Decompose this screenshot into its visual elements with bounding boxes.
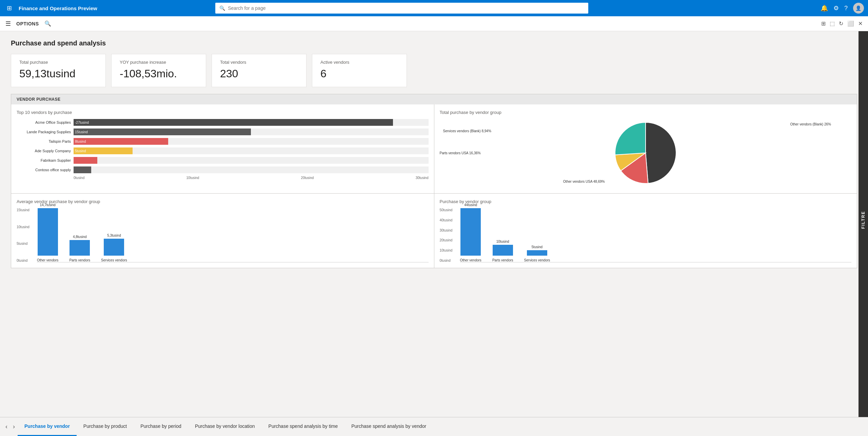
avg-bar-other-label: Other vendors (37, 258, 58, 262)
kpi-total-purchase-value: 59,13tusind (19, 67, 97, 80)
h-bar-text: 5tusind (75, 149, 86, 153)
h-bar-track: 8tusind (74, 138, 429, 145)
open-new-icon[interactable]: ⬚ (830, 20, 835, 27)
pie-chart-title: Total purchase by vendor group (440, 110, 852, 115)
group-chart-panel[interactable]: Purchase by vendor group 0tusind 10tusin… (434, 194, 857, 268)
vendor-purchase-section: VENDOR PURCHASE Top 10 vendors by purcha… (11, 94, 857, 268)
h-bar-fill (74, 166, 91, 173)
options-label: OPTIONS (16, 21, 39, 26)
avg-vendor-chart-title: Average vendor purchase by vendor group (17, 199, 429, 204)
h-bar-fill: 15tusind (74, 128, 251, 135)
group-chart-title: Purchase by vendor group (440, 199, 852, 204)
tab-purchase-by-vendor-location[interactable]: Purchase by vendor location (188, 417, 262, 436)
h-bar-text: 8tusind (75, 140, 86, 143)
avatar[interactable]: 👤 (853, 3, 864, 14)
search-bar[interactable]: 🔍 (215, 3, 588, 14)
pie-label-services-blank: Services vendors (Blank) 8,94% (443, 129, 491, 133)
h-bar-label: Ade Supply Company (17, 149, 71, 153)
avg-bar-other (38, 208, 58, 256)
tab-next-button[interactable]: › (10, 417, 18, 436)
app-title: Finance and Operations Preview (19, 5, 97, 11)
h-bar-label: Fabrikam Supplier (17, 158, 71, 162)
group-bar-parts-fill (493, 245, 513, 256)
kpi-active-vendors-value: 6 (320, 67, 398, 80)
avg-bar-services-vendors: 5,3tusind Services vendors (101, 234, 127, 262)
nav-right-icons: 🔔 ⚙ ? 👤 (821, 3, 864, 14)
x-label-30: 30tusind (416, 176, 429, 180)
tab-prev-button[interactable]: ‹ (3, 417, 10, 436)
avg-bar-parts (70, 240, 90, 256)
avg-bar-services-value: 5,3tusind (107, 234, 121, 237)
avg-y-axis: 0tusind 5tusind 10tusind 15tusind (17, 208, 29, 262)
h-bar-track: -27tusind (74, 119, 429, 126)
kpi-yoy-increase-value: -108,53mio. (120, 67, 198, 80)
embed-icon[interactable]: ⊞ (821, 20, 826, 27)
top10-chart-panel[interactable]: Top 10 vendors by purchase Acme Office S… (11, 104, 434, 193)
h-bar-label: Lande Packaging Supplies (17, 130, 71, 134)
tab-purchase-by-product[interactable]: Purchase by product (77, 417, 134, 436)
kpi-yoy-increase: YOY purchase increase -108,53mio. (111, 54, 206, 87)
top10-bar-chart: Acme Office Supplies -27tusind Lande Pac… (17, 119, 429, 188)
tab-purchase-by-period[interactable]: Purchase by period (134, 417, 188, 436)
h-bar-track: 15tusind (74, 128, 429, 135)
grid-icon[interactable]: ⊞ (4, 2, 15, 15)
avg-bar-parts-label: Parts vendors (69, 258, 90, 262)
x-label-10: 10tusind (186, 176, 199, 180)
h-bar-label: Acme Office Supplies (17, 120, 71, 124)
group-bar-services-fill (527, 250, 547, 256)
refresh-icon[interactable]: ↻ (839, 20, 843, 27)
h-bar-row: Tailspin Parts 8tusind (17, 138, 429, 145)
h-bar-label: Contoso office supply (17, 168, 71, 172)
h-bar-fill: 8tusind (74, 138, 168, 145)
avg-vendor-chart-panel[interactable]: Average vendor purchase by vendor group … (11, 194, 434, 268)
group-y-axis: 0tusind 10tusind 20tusind 30tusind 40tus… (440, 208, 453, 262)
x-label-0: 0tusind (74, 176, 84, 180)
pie-chart: Other vendors (Blank) 26% Services vendo… (440, 119, 852, 187)
kpi-total-vendors: Total vendors 230 (212, 54, 307, 87)
kpi-row: Total purchase 59,13tusind YOY purchase … (11, 54, 857, 87)
h-bar-row: Lande Packaging Supplies 15tusind (17, 128, 429, 135)
popout-icon[interactable]: ⬜ (847, 20, 854, 27)
h-bar-row: Contoso office supply (17, 166, 429, 173)
search-icon: 🔍 (219, 5, 225, 11)
group-bar-other-fill (460, 208, 481, 256)
avg-bar-services (104, 239, 124, 256)
group-bar-parts: 10tusind Parts vendors (492, 240, 513, 262)
avg-bar-services-label: Services vendors (101, 258, 127, 262)
h-bar-track (74, 166, 429, 173)
h-bar-label: Tailspin Parts (17, 139, 71, 143)
h-bar-text: 15tusind (75, 130, 88, 134)
pie-label-parts-usa: Parts vendors USA 16,36% (440, 151, 481, 155)
h-bar-fill (74, 157, 97, 164)
kpi-yoy-increase-label: YOY purchase increase (120, 60, 198, 65)
avg-bar-other-vendors: 14,7tusind Other vendors (37, 203, 58, 262)
settings-icon[interactable]: ⚙ (833, 4, 839, 12)
pie-label-other-blank: Other vendors (Blank) 26% (790, 122, 831, 126)
h-bar-fill: 5tusind (74, 147, 133, 154)
kpi-total-vendors-value: 230 (220, 67, 298, 80)
filter-label: FILTRE (861, 211, 866, 229)
notification-icon[interactable]: 🔔 (821, 4, 828, 12)
filter-sidebar[interactable]: ‹ FILTRE (859, 16, 868, 417)
avg-bar-parts-vendors: 4,8tusind Parts vendors (69, 235, 90, 262)
top-navigation: ⊞ Finance and Operations Preview 🔍 🔔 ⚙ ?… (0, 0, 868, 16)
group-bar-parts-label: Parts vendors (492, 258, 513, 262)
hamburger-icon[interactable]: ☰ (5, 20, 11, 27)
group-bar-other-value: 44tusind (464, 203, 477, 207)
help-icon[interactable]: ? (844, 5, 848, 12)
close-icon[interactable]: ✕ (858, 20, 863, 27)
tab-purchase-spend-time[interactable]: Purchase spend analysis by time (262, 417, 345, 436)
group-bar-services-value: 5tusind (532, 245, 542, 249)
search-input[interactable] (228, 5, 584, 11)
kpi-active-vendors-label: Active vendors (320, 60, 398, 65)
tab-purchase-spend-vendor[interactable]: Purchase spend analysis by vendor (344, 417, 433, 436)
h-bar-row: Fabrikam Supplier (17, 157, 429, 164)
avg-bars-container: 14,7tusind Other vendors 4,8tusind Parts… (37, 208, 429, 262)
pie-chart-panel[interactable]: Total purchase by vendor group Other ven… (434, 104, 857, 193)
top10-chart-title: Top 10 vendors by purchase (17, 110, 429, 115)
h-bar-track (74, 157, 429, 164)
options-search-icon[interactable]: 🔍 (44, 20, 51, 27)
kpi-active-vendors: Active vendors 6 (312, 54, 407, 87)
tab-purchase-by-vendor[interactable]: Purchase by vendor (18, 417, 77, 436)
h-bar-row: Ade Supply Company 5tusind (17, 147, 429, 154)
